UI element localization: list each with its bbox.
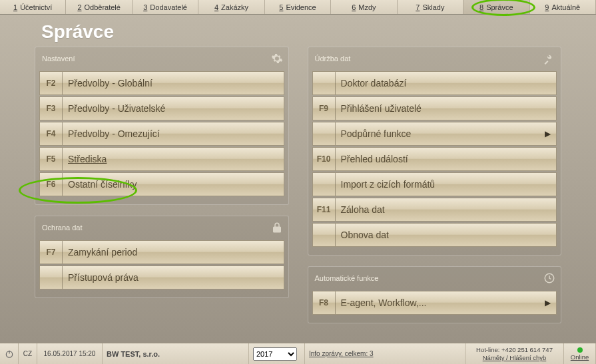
power-button[interactable]	[0, 343, 19, 364]
btn-prehled-udalosti[interactable]: F10Přehled událostí	[312, 147, 557, 171]
company-name[interactable]: BW TEST, s.r.o.	[103, 343, 249, 364]
clock-icon	[543, 272, 555, 284]
year-select[interactable]: 2017	[253, 347, 297, 361]
lock-icon	[271, 222, 283, 234]
panel-ochrana-dat: Ochrana dat F7Zamykání period Přístupová…	[35, 216, 289, 298]
menu-mzdy[interactable]: 6Mzdy	[331, 0, 397, 14]
btn-podpurne-funkce[interactable]: Podpůrné funkce▶	[312, 122, 557, 146]
btn-obnova-dat[interactable]: Obnova dat	[312, 223, 557, 247]
panel-auto-title: Automatické funkce	[315, 274, 379, 282]
btn-prihlaseni-uzivatele[interactable]: F9Přihlášení uživatelé	[312, 96, 557, 120]
menu-zakazky[interactable]: 4Zakázky	[198, 0, 264, 14]
datetime-display: 16.05.2017 15:20	[37, 343, 103, 364]
menu-evidence[interactable]: 5Evidence	[265, 0, 331, 14]
btn-strediska[interactable]: F5Střediska	[39, 147, 284, 171]
btn-ostatni-ciselniky[interactable]: F6Ostatní číselníky	[39, 172, 284, 196]
btn-predvolby-omezujici[interactable]: F4Předvolby - Omezující	[39, 122, 284, 146]
connection-status[interactable]: Online	[564, 343, 596, 364]
btn-doktor-databazi[interactable]: Doktor databází	[312, 71, 557, 95]
gear-icon	[271, 53, 283, 65]
menu-sklady[interactable]: 7Sklady	[398, 0, 463, 14]
chevron-right-icon: ▶	[545, 298, 551, 307]
tools-icon	[543, 53, 555, 65]
menu-spravce[interactable]: 8Správce	[463, 0, 529, 14]
btn-predvolby-uzivatelske[interactable]: F3Předvolby - Uživatelské	[39, 96, 284, 120]
status-bar: CZ 16.05.2017 15:20 BW TEST, s.r.o. 2017…	[0, 343, 596, 364]
btn-import-z-cizich[interactable]: Import z cizích formátů	[312, 172, 557, 196]
year-selector[interactable]: 2017	[249, 343, 305, 364]
language-indicator[interactable]: CZ	[19, 343, 37, 364]
panel-udrzba-title: Údržba dat	[315, 55, 351, 63]
menu-aktualne[interactable]: 9Aktuálně	[530, 0, 596, 14]
panel-ochrana-title: Ochrana dat	[42, 224, 83, 232]
panel-nastaveni: Nastavení F2Předvolby - Globální F3Předv…	[35, 47, 289, 205]
main-menu: 1Účetnictví 2Odběratelé 3Dodavatelé 4Zak…	[0, 0, 596, 15]
btn-pristupova-prava[interactable]: Přístupová práva	[39, 266, 284, 289]
btn-predvolby-globalni[interactable]: F2Předvolby - Globální	[39, 71, 284, 95]
online-indicator-icon	[577, 347, 583, 353]
menu-dodavatle[interactable]: 3Dodavatelé	[133, 0, 198, 14]
feedback-link[interactable]: Náměty / Hlášení chyb	[483, 354, 547, 361]
page-title: Správce	[41, 21, 588, 43]
chevron-right-icon: ▶	[545, 129, 551, 138]
menu-ucetnictvi[interactable]: 1Účetnictví	[0, 0, 66, 14]
main-area: Správce Nastavení F2Předvolby - Globální…	[0, 15, 596, 343]
btn-zamykani-period[interactable]: F7Zamykání period	[39, 240, 284, 264]
btn-eagent-workflow[interactable]: F8E-agent, Workflow,...▶	[312, 291, 557, 315]
menu-odberatele[interactable]: 2Odběratelé	[66, 0, 132, 14]
hotline-info: Hot-line: +420 251 614 747 Náměty / Hláš…	[465, 343, 564, 364]
panel-nastaveni-title: Nastavení	[42, 55, 75, 63]
panel-automaticke-funkce: Automatické funkce F8E-agent, Workflow,.…	[308, 266, 562, 323]
panel-udrzba-dat: Údržba dat Doktor databází F9Přihlášení …	[308, 47, 562, 256]
info-messages[interactable]: Info zprávy, celkem: 3	[305, 343, 465, 364]
btn-zaloha-dat[interactable]: F11Záloha dat	[312, 198, 557, 222]
